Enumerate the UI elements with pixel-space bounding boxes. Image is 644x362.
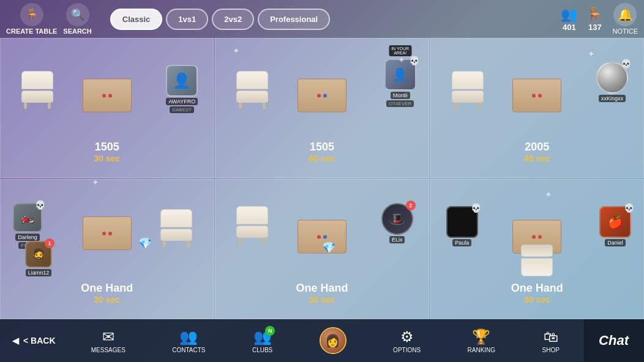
- search-button[interactable]: 🔍 SEARCH: [63, 3, 91, 35]
- tab-1vs1[interactable]: 1vs1: [166, 9, 208, 30]
- top-bar: 🪑 CREATE TABLE 🔍 SEARCH Classic 1vs1 2vs…: [0, 0, 644, 38]
- chair-left-5: [234, 206, 271, 240]
- tab-group: Classic 1vs1 2vs2 Professional: [110, 9, 330, 30]
- avatar-awayfro: 👤: [166, 65, 198, 97]
- table-scene-5: 🎩 2 ELix 💎: [222, 194, 422, 279]
- create-table-icon: 🪑: [20, 3, 43, 26]
- table-scene-2: 👤 💀 IN YOUR AREA! Montii OT4EVER: [222, 53, 422, 138]
- game-cell-1[interactable]: 👤 AWAYFRO DABEST 1505 30 sec: [0, 38, 214, 178]
- create-table-button[interactable]: 🪑 CREATE TABLE: [6, 3, 57, 35]
- players-count: 👥 401: [561, 7, 577, 32]
- nav-shop[interactable]: 🛍 SHOP: [542, 328, 560, 353]
- chair-left-3: [449, 71, 486, 105]
- table-scene-3: 💀 xxKingxx: [437, 53, 637, 138]
- chair-left-1: [19, 71, 56, 105]
- tab-2vs2[interactable]: 2vs2: [212, 9, 254, 30]
- top-right-stats: 👥 401 🪑 137 🔔 NOTICE: [561, 3, 638, 35]
- search-icon: 🔍: [66, 3, 89, 26]
- cell-info-4: One Hand 30 sec: [81, 282, 133, 305]
- nav-messages[interactable]: ✉ MESSAGES: [91, 328, 125, 353]
- cell-info-3: 2005 45 sec: [524, 141, 550, 163]
- tab-professional[interactable]: Professional: [258, 9, 330, 30]
- back-arrow-icon: ◀: [12, 336, 19, 345]
- cell-info-2: 1505 60 sec: [309, 141, 335, 163]
- game-cell-3[interactable]: 💀 xxKingxx 2005 45 sec: [430, 38, 644, 178]
- clubs-badge: N: [265, 326, 275, 336]
- player-elix: 🎩 2 ELix: [381, 203, 413, 243]
- skull-badge-paula: 💀: [471, 203, 481, 213]
- chair-left-2: [234, 71, 271, 105]
- player-liamn12: 🧔 1 Liamn12: [25, 241, 52, 276]
- profile-avatar: 👩: [320, 327, 346, 354]
- table-3: [512, 79, 561, 113]
- notice-icon: 🔔: [613, 3, 637, 26]
- table-scene-6: 💀 Paula 🍎 💀 Daniel: [437, 194, 637, 279]
- ranking-icon: 🏆: [472, 328, 490, 345]
- skull-badge-darleng: 💀: [35, 200, 45, 210]
- game-cell-4[interactable]: 🏍️ 💀 Darleng FSDA 🧔 1 Liamn12: [0, 179, 214, 319]
- player-xxkingxx: 💀 xxKingxx: [596, 62, 628, 102]
- nav-clubs[interactable]: 👥 N CLUBS: [252, 328, 272, 353]
- table-4: [83, 216, 132, 250]
- player-paula: 💀 Paula: [446, 206, 478, 246]
- shop-icon: 🛍: [544, 328, 558, 345]
- level-badge-liamn12: 1: [45, 238, 54, 248]
- skull-badge-montii: 💀: [409, 56, 419, 65]
- skull-badge-xxkingxx: 💀: [621, 59, 631, 68]
- chair-right-4: [158, 209, 195, 243]
- back-button[interactable]: ◀ < BACK: [0, 336, 68, 345]
- messages-icon: ✉: [102, 328, 114, 345]
- table-2: [298, 79, 346, 113]
- cell-info-5: One Hand 30 sec: [296, 282, 348, 305]
- table-1: [83, 79, 132, 113]
- game-grid: 👤 AWAYFRO DABEST 1505 30 sec: [0, 38, 644, 319]
- game-cell-2[interactable]: 👤 💀 IN YOUR AREA! Montii OT4EVER 1505 60…: [215, 38, 429, 178]
- player-awayfro: 👤 AWAYFRO DABEST: [166, 65, 198, 113]
- player-montii: 👤 💀 IN YOUR AREA! Montii OT4EVER: [384, 59, 416, 107]
- cell-info-6: One Hand 30 sec: [511, 282, 563, 305]
- gem-icon-4: 💎: [138, 237, 152, 250]
- tab-classic[interactable]: Classic: [110, 9, 163, 30]
- table-scene-4: 🏍️ 💀 Darleng FSDA 🧔 1 Liamn12: [7, 194, 207, 279]
- table-scene-1: 👤 AWAYFRO DABEST: [7, 53, 207, 138]
- player-daniel: 🍎 💀 Daniel: [599, 206, 631, 246]
- contacts-icon: 👥: [179, 328, 198, 345]
- nav-contacts[interactable]: 👥 CONTACTS: [172, 328, 205, 353]
- bottom-bar: ◀ < BACK ✉ MESSAGES 👥 CONTACTS 👥 N CLUBS…: [0, 319, 644, 362]
- game-cell-5[interactable]: 🎩 2 ELix 💎 One Hand 30 sec: [215, 179, 429, 319]
- tables-count: 🪑 137: [586, 7, 603, 32]
- chat-button[interactable]: Chat: [583, 319, 644, 362]
- nav-profile[interactable]: 👩: [320, 327, 346, 354]
- notice-button[interactable]: 🔔 NOTICE: [612, 3, 638, 35]
- skull-badge-daniel: 💀: [624, 203, 634, 213]
- options-icon: ⚙: [400, 328, 414, 345]
- chair-bottom-6: [519, 243, 555, 276]
- bottom-nav: ✉ MESSAGES 👥 CONTACTS 👥 N CLUBS 👩 ⚙ OPTI…: [68, 327, 583, 354]
- game-cell-6[interactable]: 💀 Paula 🍎 💀 Daniel: [430, 179, 644, 319]
- gem-icon-5: 💎: [322, 241, 335, 254]
- level-badge-elix: 2: [406, 201, 416, 210]
- nav-options[interactable]: ⚙ OPTIONS: [393, 328, 421, 353]
- cell-info-1: 1505 30 sec: [94, 141, 120, 163]
- nav-ranking[interactable]: 🏆 RANKING: [468, 328, 496, 353]
